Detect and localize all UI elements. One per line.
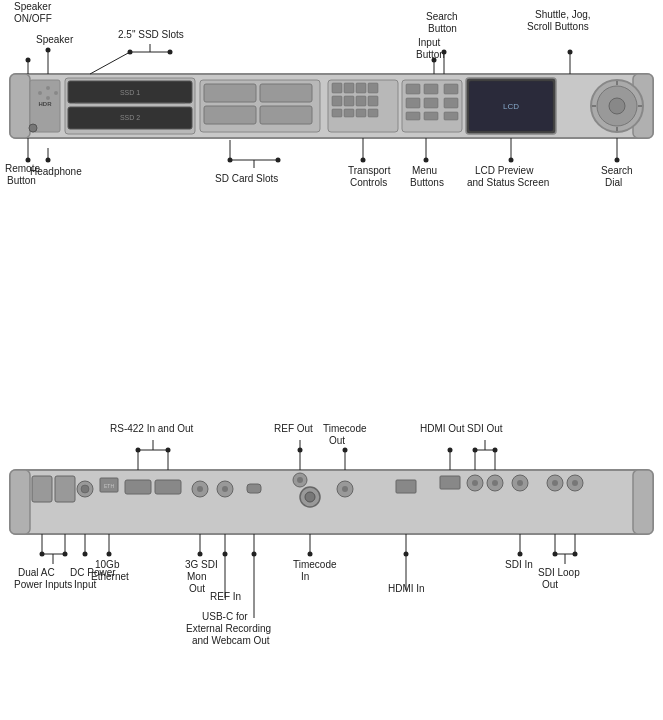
svg-point-53 — [29, 124, 37, 132]
svg-point-7 — [46, 96, 50, 100]
svg-point-74 — [26, 158, 31, 163]
svg-rect-25 — [332, 96, 342, 106]
svg-point-126 — [552, 480, 558, 486]
svg-rect-28 — [368, 96, 378, 106]
svg-text:LCD: LCD — [503, 102, 519, 111]
svg-text:HDR: HDR — [39, 101, 53, 107]
svg-text:Out: Out — [189, 583, 205, 594]
input-button-label: Input — [418, 37, 440, 48]
svg-text:External Recording: External Recording — [186, 623, 271, 634]
svg-text:ON/OFF: ON/OFF — [14, 13, 52, 24]
menu-buttons-label: Menu — [412, 165, 437, 176]
svg-point-160 — [107, 552, 112, 557]
svg-text:Scroll Buttons: Scroll Buttons — [527, 21, 589, 32]
svg-text:Power Inputs: Power Inputs — [14, 579, 72, 590]
svg-point-163 — [198, 552, 203, 557]
search-button-label: Search — [426, 11, 458, 22]
ssd-slots-label: 2.5" SSD Slots — [118, 29, 184, 40]
svg-point-71 — [568, 50, 573, 55]
svg-rect-32 — [368, 109, 378, 117]
svg-rect-16 — [204, 84, 256, 102]
svg-rect-97 — [633, 470, 653, 534]
ref-in-label: REF In — [210, 591, 241, 602]
hdmi-out-label: HDMI Out — [420, 423, 465, 434]
svg-text:and Status Screen: and Status Screen — [467, 177, 549, 188]
svg-rect-34 — [406, 84, 420, 94]
svg-point-116 — [342, 486, 348, 492]
svg-rect-40 — [406, 112, 420, 120]
svg-point-114 — [297, 477, 303, 483]
svg-text:ETH: ETH — [104, 483, 114, 489]
svg-text:Mon: Mon — [187, 571, 206, 582]
svg-point-175 — [308, 552, 313, 557]
svg-rect-1 — [10, 74, 30, 138]
svg-rect-17 — [260, 84, 312, 102]
svg-line-59 — [90, 52, 130, 74]
svg-rect-105 — [155, 480, 181, 494]
svg-rect-26 — [344, 96, 354, 106]
svg-text:SSD 1: SSD 1 — [120, 89, 140, 96]
svg-text:Ethernet: Ethernet — [91, 571, 129, 582]
svg-rect-117 — [396, 480, 416, 493]
search-dial-label: Search — [601, 165, 633, 176]
svg-text:Dial: Dial — [605, 177, 622, 188]
timecode-out-label: Timecode — [323, 423, 367, 434]
svg-text:and Webcam Out: and Webcam Out — [192, 635, 270, 646]
svg-rect-29 — [332, 109, 342, 117]
svg-point-58 — [46, 48, 51, 53]
headphone-label: Headphone — [30, 166, 82, 177]
sd-card-slots-label: SD Card Slots — [215, 173, 278, 184]
svg-text:Out: Out — [542, 579, 558, 590]
svg-rect-24 — [368, 83, 378, 93]
speaker-label: Speaker — [36, 34, 74, 45]
svg-rect-19 — [260, 106, 312, 124]
svg-point-112 — [305, 492, 315, 502]
svg-point-90 — [509, 158, 514, 163]
svg-rect-31 — [356, 109, 366, 117]
svg-text:Buttons: Buttons — [410, 177, 444, 188]
svg-point-120 — [472, 480, 478, 486]
timecode-in-label: Timecode — [293, 559, 337, 570]
svg-text:Out: Out — [329, 435, 345, 446]
svg-rect-23 — [356, 83, 366, 93]
svg-point-107 — [197, 486, 203, 492]
shuttle-jog-label: Shuttle, Jog, — [535, 9, 591, 20]
svg-rect-41 — [424, 112, 438, 120]
svg-rect-104 — [125, 480, 151, 494]
speaker-onoff-label: Speaker — [14, 1, 52, 12]
svg-text:Controls: Controls — [350, 177, 387, 188]
svg-point-93 — [615, 158, 620, 163]
svg-text:Button: Button — [416, 49, 445, 60]
svg-rect-36 — [444, 84, 458, 94]
svg-rect-21 — [332, 83, 342, 93]
svg-point-122 — [492, 480, 498, 486]
svg-rect-38 — [424, 98, 438, 108]
svg-point-109 — [222, 486, 228, 492]
svg-rect-35 — [424, 84, 438, 94]
ethernet-label: 10Gb — [95, 559, 120, 570]
svg-point-87 — [424, 158, 429, 163]
sdi-loop-out-label: SDI Loop — [538, 567, 580, 578]
svg-rect-37 — [406, 98, 420, 108]
svg-rect-110 — [247, 484, 261, 493]
svg-rect-27 — [356, 96, 366, 106]
svg-rect-98 — [32, 476, 52, 502]
svg-rect-22 — [344, 83, 354, 93]
svg-rect-99 — [55, 476, 75, 502]
svg-point-6 — [46, 86, 50, 90]
svg-point-48 — [609, 98, 625, 114]
svg-point-55 — [26, 58, 31, 63]
svg-rect-42 — [444, 112, 458, 120]
svg-point-8 — [54, 91, 58, 95]
svg-point-142 — [448, 448, 453, 453]
sdi-in-label: SDI In — [505, 559, 533, 570]
svg-point-128 — [572, 480, 578, 486]
rs422-label: RS-422 In and Out — [110, 423, 194, 434]
svg-point-5 — [38, 91, 42, 95]
ref-out-label: REF Out — [274, 423, 313, 434]
lcd-preview-label: LCD Preview — [475, 165, 534, 176]
svg-rect-30 — [344, 109, 354, 117]
sdi-mon-out-label: 3G SDI — [185, 559, 218, 570]
svg-point-124 — [517, 480, 523, 486]
usb-c-label: USB-C for — [202, 611, 248, 622]
